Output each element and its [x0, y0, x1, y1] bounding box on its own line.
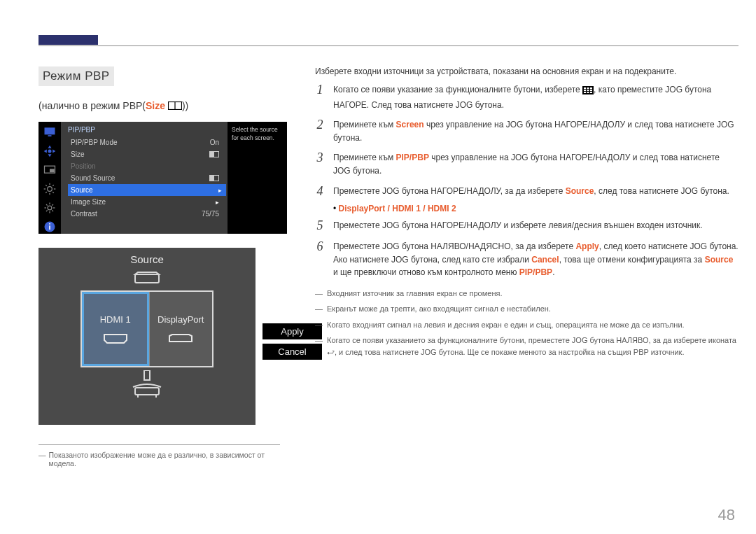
svg-point-20: [48, 206, 52, 210]
note-text: Екранът може да трепти, ако входящият си…: [327, 303, 551, 315]
cancel-button[interactable]: Cancel: [262, 344, 322, 360]
keyword-source2: Source: [705, 255, 734, 265]
step-text: Преминете към: [333, 120, 396, 129]
input-bottom-icon: [132, 386, 162, 398]
osd-sidebar: [38, 122, 61, 234]
dash-icon: ―: [38, 451, 46, 468]
osd-row-imagesize: Image Size ▸: [68, 196, 226, 208]
osd-row-value: 75/75: [202, 210, 219, 218]
step-number: 5: [315, 219, 325, 233]
source-action-buttons: Apply Cancel: [262, 323, 322, 360]
monitor-left-source: HDMI 1: [82, 292, 149, 366]
steps-list-cont: 5 Преместете JOG бутона НАГОРЕ/НАДОЛУ и …: [315, 219, 738, 279]
osd-side-hint: Select the source for each screen.: [227, 122, 287, 234]
step-text: .: [552, 267, 554, 277]
svg-line-16: [46, 185, 47, 186]
step-body: Преместете JOG бутона НАЛЯВО/НАДЯСНО, за…: [333, 240, 738, 279]
header-accent-bar: [38, 35, 98, 45]
svg-marker-5: [48, 154, 52, 157]
note-text: Когато входният сигнал на левия и десния…: [327, 319, 685, 331]
osd-row-label: Contrast: [71, 210, 97, 218]
info-icon: [42, 219, 57, 234]
osd-row-label: Sound Source: [71, 174, 115, 182]
svg-rect-47: [590, 92, 592, 93]
chevron-right-icon: ▸: [216, 199, 219, 206]
step-5: 5 Преместете JOG бутона НАГОРЕ/НАДОЛУ и …: [315, 219, 738, 233]
sun-icon: [42, 181, 57, 196]
step-body: Преминете към Screen чрез управление на …: [333, 118, 738, 144]
keyword-apply: Apply: [575, 241, 598, 251]
displayport-top-icon: [132, 271, 162, 286]
source-left-label: HDMI 1: [100, 314, 131, 325]
osd-row-mode: PIP/PBP Mode On: [68, 136, 226, 148]
svg-line-17: [52, 192, 54, 193]
step-2: 2 Преминете към Screen чрез управление н…: [315, 118, 738, 144]
step-text: , след това натиснете JOG бутона.: [594, 186, 729, 196]
step-number: 6: [315, 240, 325, 254]
osd-menu-list: PIP/PBP PIP/PBP Mode On Size Position So…: [61, 122, 227, 234]
svg-marker-7: [52, 149, 55, 153]
step-text: Преместете JOG бутона НАГОРЕ/НАДОЛУ, за …: [333, 186, 566, 196]
keyword-pippbp2: PIP/PBP: [519, 267, 552, 277]
svg-rect-35: [135, 388, 159, 395]
dash-icon: ―: [315, 288, 323, 300]
svg-rect-43: [587, 90, 589, 91]
step-text: и ще превключи отново към контролното ме…: [333, 267, 519, 277]
step-text: Преместете JOG бутона НАЛЯВО/НАДЯСНО, за…: [333, 241, 575, 251]
svg-point-8: [48, 149, 52, 153]
svg-marker-33: [135, 272, 159, 274]
svg-rect-34: [144, 370, 150, 380]
footnote: ― Показаното изображение може да е разли…: [38, 451, 290, 468]
monitor-stage: HDMI 1 DisplayPort Apply Cancel: [38, 271, 255, 418]
step-3: 3 Преминете към PIP/PBP чрез управление …: [315, 151, 738, 177]
dash-icon: ―: [315, 303, 323, 315]
header-rule: [38, 45, 738, 46]
note-item: ―Когато входният сигнал на левия и десни…: [315, 319, 738, 331]
source-right-label: DisplayPort: [158, 314, 204, 325]
svg-rect-42: [584, 90, 586, 91]
note-item: ―Когато се появи указанието за функциона…: [315, 335, 738, 358]
pbp-size-chip-icon: [209, 151, 219, 157]
keyword-source: Source: [566, 186, 594, 196]
subtitle-suffix: )): [182, 100, 188, 111]
svg-point-11: [48, 186, 52, 191]
options-text: DisplayPort / HDMI 1 / HDMI 2: [339, 204, 456, 213]
monitor-right-source: DisplayPort: [149, 292, 213, 366]
step-number: 3: [315, 151, 325, 165]
keyword-pippbp: PIP/PBP: [396, 153, 429, 162]
step-number: 1: [315, 83, 325, 97]
subtitle: (налично в режим PBP(Size )): [38, 100, 290, 112]
right-column: Изберете входни източници за устройстват…: [315, 66, 738, 362]
chevron-right-icon: ▸: [218, 187, 222, 194]
note-text: Входният източник за главния екран се пр…: [327, 288, 502, 300]
note-text: Когато се появи указанието за функционал…: [327, 335, 738, 358]
svg-line-27: [46, 210, 48, 211]
step-body: Преминете към PIP/PBP чрез управление на…: [333, 151, 738, 177]
svg-rect-32: [135, 274, 159, 283]
osd-row-contrast: Contrast 75/75: [68, 208, 226, 220]
left-column: Режим PBP (налично в режим PBP(Size )) P…: [38, 66, 290, 468]
displayport-icon: [168, 333, 193, 344]
step-body: Когато се появи указание за функционални…: [333, 83, 738, 111]
osd-row-label: PIP/PBP Mode: [71, 139, 118, 146]
gear-icon: [42, 200, 57, 215]
step-body: Преместете JOG бутона НАГОРЕ/НАДОЛУ и из…: [333, 219, 738, 232]
osd-row-sound: Sound Source: [68, 172, 226, 184]
apply-button[interactable]: Apply: [262, 323, 322, 339]
monitor-frame: HDMI 1 DisplayPort: [80, 290, 214, 367]
svg-marker-6: [44, 149, 47, 153]
osd-main: PIP/PBP PIP/PBP Mode On Size Position So…: [61, 122, 287, 234]
pip-icon: [42, 162, 57, 177]
svg-rect-10: [50, 169, 55, 172]
osd-row-source-selected: Source ▸: [68, 184, 226, 196]
svg-line-19: [52, 185, 54, 186]
svg-rect-30: [49, 225, 50, 230]
intro-text: Изберете входни източници за устройстват…: [315, 66, 738, 76]
svg-rect-31: [49, 223, 50, 225]
dash-icon: ―: [315, 319, 323, 331]
svg-rect-41: [590, 87, 592, 89]
dash-icon: ―: [315, 335, 323, 358]
footnote-text: Показаното изображение може да е различн…: [49, 451, 291, 468]
nav-cross-icon: [42, 143, 57, 158]
pbp-size-icon: [168, 101, 182, 112]
